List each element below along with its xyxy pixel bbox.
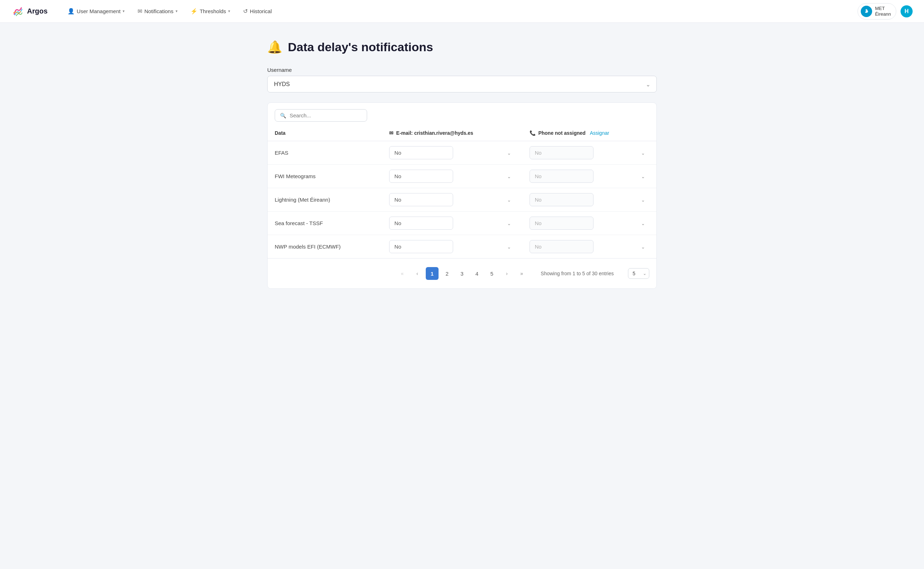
entries-info: Showing from 1 to 5 of 30 entries xyxy=(541,271,614,276)
email-select-chevron-1: ⌄ xyxy=(507,173,511,179)
row-phone-select-td-4: No Yes ⌄ xyxy=(522,235,656,259)
phone-select-chevron-4: ⌄ xyxy=(641,244,645,249)
email-select-chevron-2: ⌄ xyxy=(507,197,511,202)
bell-icon: 🔔 xyxy=(267,40,282,54)
phone-select-chevron-2: ⌄ xyxy=(641,197,645,202)
per-page-select[interactable]: 5 10 25 50 xyxy=(628,268,649,279)
email-select-2[interactable]: No Yes xyxy=(389,193,453,206)
page-btn-3[interactable]: 3 xyxy=(455,267,469,280)
search-icon: 🔍 xyxy=(280,113,286,119)
phone-select-wrap-1: No Yes ⌄ xyxy=(530,170,649,183)
assignar-link[interactable]: Assignar xyxy=(590,130,609,136)
user-management-icon: 👤 xyxy=(68,8,74,15)
table-header: Data ✉ E-mail: cristhian.rivera@hyds.es … xyxy=(268,125,656,141)
email-select-wrap-2: No Yes ⌄ xyxy=(389,193,515,206)
met-eireann-logo[interactable]: MET Éireann xyxy=(857,3,896,20)
navbar-right: MET Éireann H xyxy=(857,3,913,20)
met-name: MET Éireann xyxy=(875,6,891,17)
page-prev-btn[interactable]: ‹ xyxy=(411,267,423,280)
email-select-wrap-0: No Yes ⌄ xyxy=(389,146,515,159)
phone-select-1[interactable]: No Yes xyxy=(530,170,593,183)
phone-select-3[interactable]: No Yes xyxy=(530,217,593,230)
email-select-chevron-0: ⌄ xyxy=(507,150,511,155)
row-email-select-td-4: No Yes ⌄ xyxy=(382,235,522,259)
table-row: Sea forecast - TSSF No Yes ⌄ No Yes ⌄ xyxy=(268,211,656,235)
row-phone-select-td-0: No Yes ⌄ xyxy=(522,141,656,165)
nav-thresholds-chevron: ▾ xyxy=(228,9,230,14)
page-title-row: 🔔 Data delay's notifications xyxy=(267,40,657,54)
email-select-0[interactable]: No Yes xyxy=(389,146,453,159)
nav-user-management-label: User Management xyxy=(77,8,120,14)
svg-point-2 xyxy=(866,9,868,11)
username-field: Username HYDS ⌄ xyxy=(267,67,657,93)
row-phone-select-td-2: No Yes ⌄ xyxy=(522,188,656,211)
email-select-3[interactable]: No Yes xyxy=(389,217,453,230)
page-title: Data delay's notifications xyxy=(288,40,433,54)
phone-select-wrap-3: No Yes ⌄ xyxy=(530,217,649,230)
phone-select-wrap-2: No Yes ⌄ xyxy=(530,193,649,206)
email-select-chevron-4: ⌄ xyxy=(507,244,511,249)
page-btn-2[interactable]: 2 xyxy=(441,267,454,280)
search-input[interactable] xyxy=(290,113,362,119)
phone-select-0[interactable]: No Yes xyxy=(530,146,593,159)
row-phone-select-td-3: No Yes ⌄ xyxy=(522,211,656,235)
row-name-0: EFAS xyxy=(268,141,382,165)
nav-notifications-label: Notifications xyxy=(144,8,173,14)
nav-notifications[interactable]: ✉ Notifications ▾ xyxy=(132,5,184,17)
page-next-btn[interactable]: › xyxy=(501,267,513,280)
row-name-1: FWI Meteograms xyxy=(268,165,382,188)
nav-notifications-chevron: ▾ xyxy=(176,9,178,14)
app-logo[interactable]: Argos xyxy=(11,5,48,18)
username-select[interactable]: HYDS xyxy=(267,76,657,93)
nav-thresholds[interactable]: ⚡ Thresholds ▾ xyxy=(185,5,236,17)
page-last-btn[interactable]: » xyxy=(515,267,528,280)
email-select-1[interactable]: No Yes xyxy=(389,170,453,183)
nav-historical-label: Historical xyxy=(250,8,272,14)
row-email-select-td-0: No Yes ⌄ xyxy=(382,141,522,165)
page-btn-1[interactable]: 1 xyxy=(426,267,438,280)
pagination-row: « ‹ 1 2 3 4 5 › » Showing from 1 to 5 of… xyxy=(268,258,656,288)
email-select-wrap-3: No Yes ⌄ xyxy=(389,217,515,230)
email-select-chevron-3: ⌄ xyxy=(507,221,511,226)
row-email-select-td-1: No Yes ⌄ xyxy=(382,165,522,188)
row-name-3: Sea forecast - TSSF xyxy=(268,211,382,235)
row-email-select-td-2: No Yes ⌄ xyxy=(382,188,522,211)
main-content: 🔔 Data delay's notifications Username HY… xyxy=(256,23,668,306)
email-icon: ✉ xyxy=(389,130,393,136)
username-select-wrapper: HYDS ⌄ xyxy=(267,76,657,93)
per-page-select-wrap: 5 10 25 50 ⌄ xyxy=(628,268,649,279)
email-select-wrap-1: No Yes ⌄ xyxy=(389,170,515,183)
table-row: NWP models EFI (ECMWF) No Yes ⌄ No Yes ⌄ xyxy=(268,235,656,259)
met-icon xyxy=(861,6,872,17)
phone-select-2[interactable]: No Yes xyxy=(530,193,593,206)
nav-historical[interactable]: ↺ Historical xyxy=(237,5,278,17)
table-row: FWI Meteograms No Yes ⌄ No Yes ⌄ xyxy=(268,165,656,188)
notifications-nav-icon: ✉ xyxy=(138,8,142,15)
page-first-btn[interactable]: « xyxy=(396,267,409,280)
col-data-header: Data xyxy=(268,125,382,141)
phone-select-chevron-3: ⌄ xyxy=(641,221,645,226)
nav-user-management[interactable]: 👤 User Management ▾ xyxy=(62,5,130,17)
page-btn-5[interactable]: 5 xyxy=(486,267,498,280)
table-card: 🔍 Data ✉ E-mail: cristhian.rivera@hyds.e… xyxy=(267,102,657,289)
username-label: Username xyxy=(267,67,657,73)
phone-select-4[interactable]: No Yes xyxy=(530,240,593,253)
phone-select-chevron-1: ⌄ xyxy=(641,173,645,179)
thresholds-icon: ⚡ xyxy=(191,8,197,15)
table-row: EFAS No Yes ⌄ No Yes ⌄ xyxy=(268,141,656,165)
page-btn-4[interactable]: 4 xyxy=(470,267,483,280)
historical-icon: ↺ xyxy=(243,8,248,15)
row-phone-select-td-1: No Yes ⌄ xyxy=(522,165,656,188)
user-avatar[interactable]: H xyxy=(901,5,913,17)
nav-thresholds-label: Thresholds xyxy=(200,8,226,14)
email-select-4[interactable]: No Yes xyxy=(389,240,453,253)
row-name-4: NWP models EFI (ECMWF) xyxy=(268,235,382,259)
col-phone-header: 📞 Phone not assigned Assignar xyxy=(522,125,656,141)
phone-icon: 📞 xyxy=(530,130,536,136)
nav-items: 👤 User Management ▾ ✉ Notifications ▾ ⚡ … xyxy=(62,5,857,17)
search-bar-row: 🔍 xyxy=(268,103,656,125)
nav-user-management-chevron: ▾ xyxy=(123,9,125,14)
table-body: EFAS No Yes ⌄ No Yes ⌄ xyxy=(268,141,656,259)
table-row: Lightning (Met Éireann) No Yes ⌄ No Yes xyxy=(268,188,656,211)
search-input-wrap: 🔍 xyxy=(275,109,367,122)
